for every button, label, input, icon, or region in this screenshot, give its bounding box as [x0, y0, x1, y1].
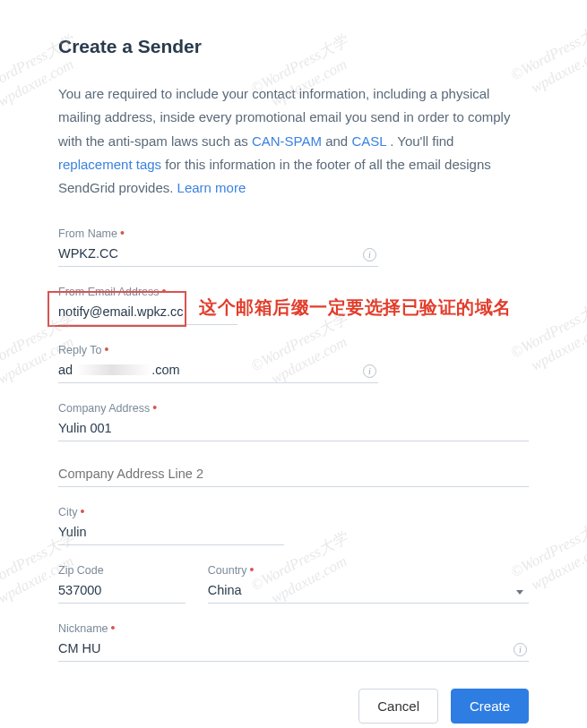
required-marker: •: [120, 226, 125, 240]
company-address-input[interactable]: [58, 417, 529, 441]
casl-link[interactable]: CASL: [351, 133, 386, 149]
required-marker: •: [111, 621, 116, 635]
cancel-button[interactable]: Cancel: [358, 689, 438, 724]
reply-to-suffix: .com: [151, 363, 179, 377]
zip-input[interactable]: [58, 579, 186, 604]
nickname-label: Nickname: [58, 622, 108, 635]
required-marker: •: [81, 504, 85, 518]
city-label: City: [58, 506, 78, 518]
sender-form: From Name• i From Email Address• Reply T…: [58, 225, 529, 724]
replacement-tags-link[interactable]: replacement tags: [58, 157, 161, 172]
required-marker: •: [104, 342, 108, 356]
required-marker: •: [152, 400, 157, 415]
page-title: Create a Sender: [58, 36, 529, 57]
city-input[interactable]: [58, 521, 284, 545]
intro-text: . You'll find: [390, 133, 453, 149]
can-spam-link[interactable]: CAN-SPAM: [252, 133, 322, 149]
nickname-input[interactable]: [58, 638, 529, 662]
actions-row: Cancel Create: [58, 689, 529, 724]
zip-label: Zip Code: [58, 564, 104, 577]
reply-to-prefix: ad: [58, 363, 73, 377]
intro-paragraph: You are required to include your contact…: [58, 82, 529, 200]
reply-to-label: Reply To: [58, 344, 101, 356]
country-select[interactable]: [208, 579, 529, 604]
from-email-input[interactable]: [58, 301, 237, 325]
company-address-label: Company Address: [58, 402, 150, 415]
company-address-2-input[interactable]: [58, 463, 529, 487]
required-marker: •: [250, 562, 255, 577]
from-email-label: From Email Address: [58, 286, 160, 298]
country-label: Country: [208, 564, 247, 577]
from-name-input[interactable]: [58, 243, 378, 267]
from-name-label: From Name: [58, 227, 117, 240]
learn-more-link[interactable]: Learn more: [177, 180, 246, 195]
create-button[interactable]: Create: [451, 689, 529, 724]
required-marker: •: [162, 284, 167, 298]
redacted-text: [73, 364, 151, 375]
intro-text: and: [325, 133, 351, 149]
chevron-down-icon: [516, 590, 523, 595]
reply-to-input[interactable]: ad .com: [58, 359, 378, 383]
